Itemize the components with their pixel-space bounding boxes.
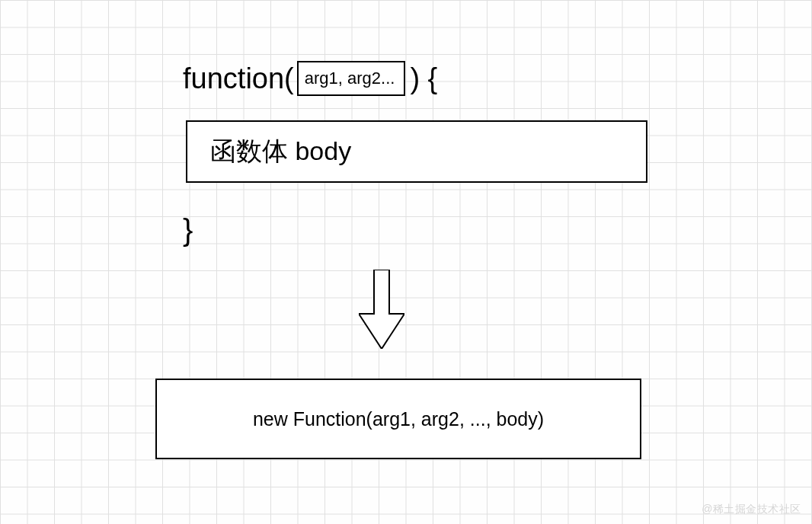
down-arrow-icon	[359, 270, 404, 349]
watermark-text: @稀土掘金技术社区	[702, 503, 801, 516]
arguments-box: arg1, arg2...	[297, 61, 406, 96]
function-body-box: 函数体 body	[186, 120, 647, 183]
new-function-box: new Function(arg1, arg2, ..., body)	[155, 379, 641, 459]
function-after-args: ) {	[410, 64, 437, 93]
function-body-label: 函数体 body	[210, 134, 351, 169]
function-signature-row: function( arg1, arg2... ) {	[183, 57, 437, 100]
function-close-brace: }	[183, 213, 193, 248]
function-keyword-open: function(	[183, 64, 294, 93]
new-function-text: new Function(arg1, arg2, ..., body)	[253, 408, 544, 430]
diagram-content: function( arg1, arg2... ) { 函数体 body } n…	[0, 0, 812, 524]
